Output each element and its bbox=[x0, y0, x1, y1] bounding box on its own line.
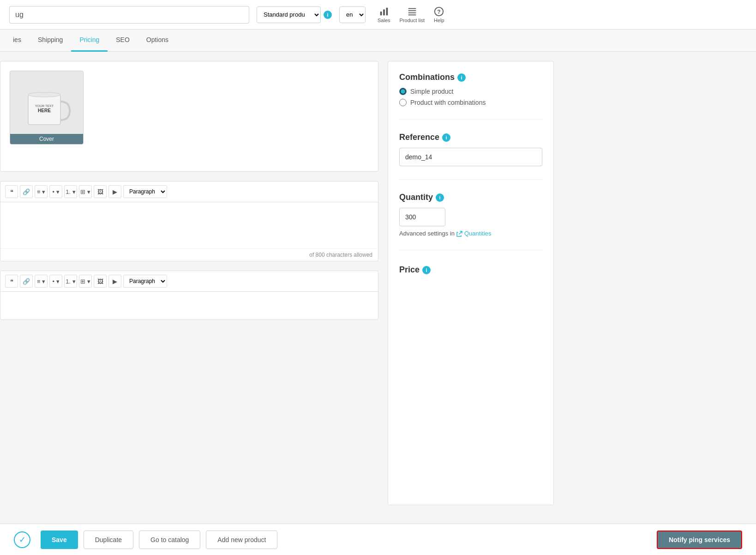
editor-char-count: of 800 characters allowed bbox=[0, 248, 378, 261]
help-label: Help bbox=[434, 18, 444, 23]
toolbar-quote-btn[interactable]: ❝ bbox=[5, 185, 18, 198]
svg-rect-2 bbox=[386, 7, 388, 15]
svg-text:?: ? bbox=[438, 8, 441, 15]
divider-1 bbox=[399, 119, 542, 120]
language-select[interactable]: en fr de bbox=[339, 6, 366, 23]
quantity-info-icon[interactable]: i bbox=[436, 193, 444, 202]
help-icon: ? bbox=[434, 6, 444, 17]
reference-input[interactable] bbox=[399, 148, 542, 166]
help-nav-item[interactable]: ? Help bbox=[434, 6, 444, 23]
tab-shipping[interactable]: Shipping bbox=[30, 30, 72, 52]
editor-section-1: ❝ 🔗 ≡ ▾ • ▾ 1. ▾ ⊞ ▾ 🖼 ▶ Paragraph of 80… bbox=[0, 181, 378, 261]
svg-rect-3 bbox=[408, 8, 416, 9]
toolbar2-paragraph-select[interactable]: Paragraph bbox=[123, 275, 167, 288]
toolbar-image-btn[interactable]: 🖼 bbox=[94, 185, 107, 198]
simple-product-label: Simple product bbox=[410, 88, 453, 95]
tabs-bar: ies Shipping Pricing SEO Options bbox=[0, 30, 756, 52]
right-panel: Combinations i Simple product Product wi… bbox=[388, 61, 554, 505]
list-icon bbox=[407, 6, 417, 17]
divider-3 bbox=[399, 250, 542, 250]
reference-info-icon[interactable]: i bbox=[442, 133, 450, 142]
mug-illustration: YOUR TEXT HERE bbox=[21, 83, 72, 134]
toolbar2-image-btn[interactable]: 🖼 bbox=[94, 275, 107, 288]
toolbar2-link-btn[interactable]: 🔗 bbox=[20, 275, 33, 288]
toolbar2-numbered-btn[interactable]: 1. ▾ bbox=[64, 275, 77, 288]
toolbar-link-btn[interactable]: 🔗 bbox=[20, 185, 33, 198]
product-list-nav-item[interactable]: Product list bbox=[400, 6, 425, 23]
tab-seo[interactable]: SEO bbox=[108, 30, 138, 52]
svg-text:HERE: HERE bbox=[38, 108, 51, 113]
combinations-radio-group: Simple product Product with combinations bbox=[399, 88, 542, 106]
image-section: YOUR TEXT HERE Cover bbox=[0, 61, 378, 172]
toolbar-table-btn[interactable]: ⊞ ▾ bbox=[79, 185, 92, 198]
toolbar-video-btn[interactable]: ▶ bbox=[108, 185, 121, 198]
price-section: Price i bbox=[399, 265, 542, 280]
tab-ies[interactable]: ies bbox=[5, 30, 30, 52]
tab-pricing[interactable]: Pricing bbox=[71, 30, 108, 52]
toolbar2-video-btn[interactable]: ▶ bbox=[108, 275, 121, 288]
product-with-combinations-radio[interactable] bbox=[399, 99, 407, 106]
quantity-title: Quantity i bbox=[399, 193, 542, 202]
svg-text:YOUR TEXT: YOUR TEXT bbox=[35, 104, 54, 108]
combinations-title: Combinations i bbox=[399, 72, 542, 82]
product-type-info-icon[interactable]: i bbox=[324, 11, 332, 19]
simple-product-radio[interactable] bbox=[399, 88, 407, 95]
bar-chart-icon bbox=[379, 6, 389, 17]
editor-toolbar-2: ❝ 🔗 ≡ ▾ • ▾ 1. ▾ ⊞ ▾ 🖼 ▶ Paragraph bbox=[0, 271, 378, 292]
svg-rect-0 bbox=[380, 12, 382, 15]
advanced-settings-text: Advanced settings in Quantities bbox=[399, 230, 542, 237]
toolbar2-table-btn[interactable]: ⊞ ▾ bbox=[79, 275, 92, 288]
product-list-label: Product list bbox=[400, 18, 425, 23]
toolbar-numbered-btn[interactable]: 1. ▾ bbox=[64, 185, 77, 198]
price-title: Price i bbox=[399, 265, 542, 275]
left-panel: YOUR TEXT HERE Cover ❝ 🔗 ≡ ▾ • ▾ 1. ▾ ⊞ … bbox=[0, 61, 378, 505]
product-title-input[interactable] bbox=[9, 6, 249, 24]
divider-2 bbox=[399, 179, 542, 180]
cover-label: Cover bbox=[10, 134, 83, 144]
combinations-info-icon[interactable]: i bbox=[457, 73, 466, 82]
svg-point-12 bbox=[28, 92, 60, 97]
quantity-section: Quantity i Advanced settings in Quantiti… bbox=[399, 193, 542, 237]
svg-rect-6 bbox=[408, 14, 416, 15]
editor-toolbar-1: ❝ 🔗 ≡ ▾ • ▾ 1. ▾ ⊞ ▾ 🖼 ▶ Paragraph bbox=[0, 181, 378, 202]
sales-nav-item[interactable]: Sales bbox=[378, 6, 390, 23]
toolbar2-bullet-btn[interactable]: • ▾ bbox=[49, 275, 62, 288]
product-with-combinations-radio-item[interactable]: Product with combinations bbox=[399, 99, 542, 106]
product-with-combinations-label: Product with combinations bbox=[410, 99, 486, 106]
product-type-select[interactable]: Standard produ Pack of products Virtual … bbox=[257, 6, 321, 23]
toolbar-align-btn[interactable]: ≡ ▾ bbox=[35, 185, 48, 198]
quantity-input[interactable] bbox=[399, 208, 445, 226]
sales-label: Sales bbox=[378, 18, 390, 23]
toolbar-bullet-btn[interactable]: • ▾ bbox=[49, 185, 62, 198]
header-icons: Sales Product list ? Help bbox=[378, 6, 444, 23]
price-info-icon[interactable]: i bbox=[422, 266, 431, 274]
toolbar-paragraph-select[interactable]: Paragraph bbox=[123, 185, 167, 198]
reference-title: Reference i bbox=[399, 133, 542, 142]
reference-section: Reference i bbox=[399, 133, 542, 166]
toolbar2-quote-btn[interactable]: ❝ bbox=[5, 275, 18, 288]
top-header: Standard produ Pack of products Virtual … bbox=[0, 0, 756, 30]
tab-options[interactable]: Options bbox=[138, 30, 177, 52]
combinations-section: Combinations i Simple product Product wi… bbox=[399, 72, 542, 106]
editor-body-2[interactable] bbox=[0, 292, 378, 320]
external-link-icon bbox=[456, 230, 463, 237]
svg-rect-1 bbox=[383, 9, 385, 15]
editor-body-1[interactable] bbox=[0, 202, 378, 248]
editor-section-2: ❝ 🔗 ≡ ▾ • ▾ 1. ▾ ⊞ ▾ 🖼 ▶ Paragraph bbox=[0, 271, 378, 320]
svg-rect-5 bbox=[408, 12, 416, 13]
main-content: YOUR TEXT HERE Cover ❝ 🔗 ≡ ▾ • ▾ 1. ▾ ⊞ … bbox=[0, 52, 756, 514]
svg-rect-4 bbox=[408, 10, 416, 11]
product-type-wrap: Standard produ Pack of products Virtual … bbox=[257, 6, 332, 23]
product-image-thumb[interactable]: YOUR TEXT HERE Cover bbox=[10, 71, 84, 145]
toolbar2-align-btn[interactable]: ≡ ▾ bbox=[35, 275, 48, 288]
simple-product-radio-item[interactable]: Simple product bbox=[399, 88, 542, 95]
quantities-link[interactable]: Quantities bbox=[456, 230, 492, 237]
